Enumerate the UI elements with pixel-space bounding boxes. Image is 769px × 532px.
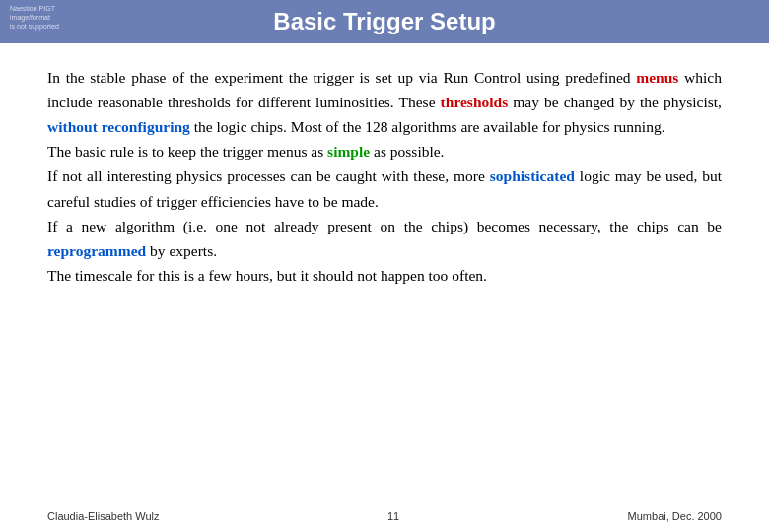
footer-location-date: Mumbai, Dec. 2000 [628, 510, 722, 522]
text-p2b: as possible. [370, 143, 444, 160]
highlight-thresholds: thresholds [441, 94, 509, 110]
text-p2a: The basic rule is to keep the trigger me… [47, 143, 327, 160]
highlight-menus: menus [636, 69, 678, 86]
text-p1a: In the stable phase of the experiment th… [47, 69, 636, 86]
header-bar: Naestion PIGT image/format is not suppor… [0, 0, 769, 43]
main-paragraph: In the stable phase of the experiment th… [47, 65, 722, 288]
text-p1d: the logic chips. Most of the 128 algorit… [190, 118, 665, 135]
text-p3a: If not all interesting physics processes… [47, 167, 490, 184]
highlight-sophisticated: sophisticated [490, 167, 575, 184]
footer: Claudia-Elisabeth Wulz 11 Mumbai, Dec. 2… [0, 510, 769, 522]
highlight-simple: simple [327, 143, 370, 160]
footer-page-number: 11 [387, 510, 399, 522]
footer-author: Claudia-Elisabeth Wulz [47, 510, 160, 522]
text-p5: The timescale for this is a few hours, b… [47, 267, 487, 284]
main-content: In the stable phase of the experiment th… [0, 43, 769, 301]
header-logo: Naestion PIGT image/format is not suppor… [10, 4, 59, 31]
text-p4a: If a new algorithm (i.e. one not already… [47, 218, 722, 234]
page-title: Basic Trigger Setup [273, 8, 495, 35]
text-p1c: may be changed by the physicist, [508, 94, 722, 110]
highlight-reprogrammed: reprogrammed [47, 242, 146, 259]
text-p4b: by experts. [146, 242, 217, 259]
highlight-without-reconfiguring: without reconfiguring [47, 118, 190, 135]
